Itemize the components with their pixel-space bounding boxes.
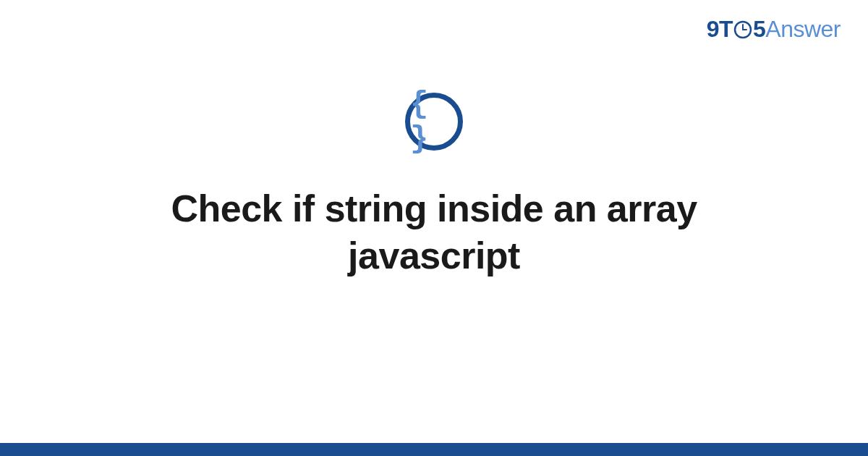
site-logo: 9T 5 Answer [707,16,841,43]
page-title: Check if string inside an array javascri… [87,185,781,279]
category-icon: { } [405,93,463,151]
logo-text-9t: 9T [707,16,733,43]
logo-text-answer: Answer [765,16,841,43]
logo-text-5: 5 [753,16,765,43]
footer-bar [0,443,868,456]
main-content: { } Check if string inside an array java… [0,93,868,279]
code-braces-icon: { } [410,87,458,156]
logo-clock-icon [733,20,752,39]
